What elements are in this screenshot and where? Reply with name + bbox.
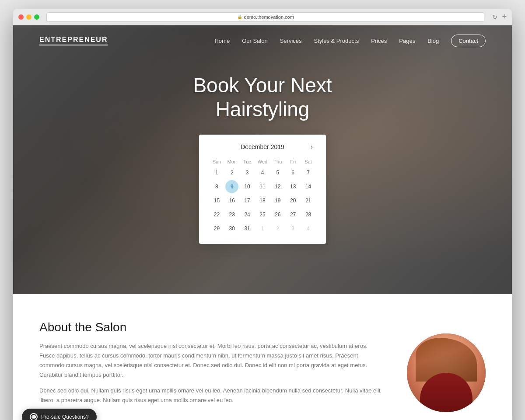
address-bar[interactable]: 🔒 demo.themovation.com	[46, 12, 484, 22]
calendar-day[interactable]: 23	[225, 208, 238, 221]
lock-icon: 🔒	[237, 14, 242, 19]
nav-prices[interactable]: Prices	[371, 38, 387, 44]
calendar-day[interactable]: 28	[302, 208, 315, 221]
calendar-day[interactable]: 29	[210, 222, 223, 235]
calendar-day[interactable]: 27	[287, 208, 300, 221]
nav-our-salon[interactable]: Our Salon	[242, 38, 268, 44]
about-salon-image	[407, 333, 486, 412]
cal-header-sun: Sun	[210, 157, 224, 166]
calendar-day[interactable]: 3	[287, 222, 300, 235]
traffic-light-red[interactable]	[18, 14, 24, 20]
nav-styles-products[interactable]: Styles & Products	[314, 38, 359, 44]
calendar-day[interactable]: 2	[271, 222, 284, 235]
traffic-lights	[18, 14, 39, 20]
calendar-days-grid: 1234567891011121314151617181920212223242…	[210, 166, 315, 235]
nav-contact-button[interactable]: Contact	[451, 35, 486, 47]
calendar-header: December 2019 ›	[210, 143, 315, 150]
calendar-day[interactable]: 18	[256, 194, 269, 207]
refresh-button[interactable]: ↻	[491, 14, 498, 21]
calendar-day[interactable]: 3	[241, 166, 254, 179]
cal-header-wed: Wed	[256, 157, 270, 166]
calendar-day[interactable]: 20	[287, 194, 300, 207]
calendar-day[interactable]: 9	[225, 180, 238, 193]
cal-header-sat: Sat	[301, 157, 315, 166]
navbar: ENTREPRENEUR Home Our Salon Services Sty…	[13, 25, 512, 56]
calendar-day[interactable]: 8	[210, 180, 223, 193]
chat-icon: 💬	[30, 413, 38, 420]
calendar-day[interactable]: 21	[302, 194, 315, 207]
about-section: About the Salon Praesent commodo cursus …	[13, 294, 512, 420]
cal-header-tue: Tue	[240, 157, 255, 166]
calendar-day[interactable]: 12	[271, 180, 284, 193]
hero-section: ENTREPRENEUR Home Our Salon Services Sty…	[13, 25, 512, 294]
website-body: ENTREPRENEUR Home Our Salon Services Sty…	[13, 25, 512, 420]
cal-header-fri: Fri	[286, 157, 300, 166]
cal-header-mon: Mon	[225, 157, 239, 166]
calendar-day[interactable]: 10	[241, 180, 254, 193]
new-tab-button[interactable]: +	[502, 12, 507, 21]
calendar-day[interactable]: 4	[256, 166, 269, 179]
nav-home[interactable]: Home	[214, 38, 230, 44]
traffic-light-yellow[interactable]	[26, 14, 32, 20]
calendar: December 2019 › Sun Mon Tue Wed Thu Fri …	[199, 135, 326, 244]
cal-header-thu: Thu	[270, 157, 285, 166]
about-title: About the Salon	[39, 320, 381, 334]
calendar-day[interactable]: 1	[210, 166, 223, 179]
calendar-day[interactable]: 16	[225, 194, 238, 207]
calendar-day[interactable]: 13	[287, 180, 300, 193]
calendar-day[interactable]: 17	[241, 194, 254, 207]
calendar-day[interactable]: 7	[302, 166, 315, 179]
calendar-day[interactable]: 4	[302, 222, 315, 235]
url-text: demo.themovation.com	[244, 14, 294, 20]
calendar-day[interactable]: 24	[241, 208, 254, 221]
calendar-day[interactable]: 11	[256, 180, 269, 193]
calendar-day[interactable]: 5	[271, 166, 284, 179]
chat-widget[interactable]: 💬 Pre-sale Questions?	[22, 409, 97, 420]
website: ENTREPRENEUR Home Our Salon Services Sty…	[13, 25, 512, 420]
brand-logo[interactable]: ENTREPRENEUR	[39, 36, 108, 45]
calendar-grid: Sun Mon Tue Wed Thu Fri Sat	[210, 157, 315, 166]
calendar-day[interactable]: 6	[287, 166, 300, 179]
calendar-day[interactable]: 25	[256, 208, 269, 221]
calendar-day[interactable]: 26	[271, 208, 284, 221]
hero-title: Book Your Next Hairstyling	[193, 73, 332, 121]
calendar-next-button[interactable]: ›	[308, 142, 315, 152]
traffic-light-green[interactable]	[34, 14, 39, 20]
browser-titlebar: 🔒 demo.themovation.com ↻ +	[13, 9, 512, 25]
calendar-day[interactable]: 19	[271, 194, 284, 207]
nav-services[interactable]: Services	[280, 38, 302, 44]
nav-pages[interactable]: Pages	[399, 38, 415, 44]
calendar-month-year: December 2019	[210, 143, 315, 150]
about-paragraph-2: Donec sed odio dui. Nullam quis risus eg…	[39, 386, 381, 405]
hair-detail	[416, 338, 477, 382]
calendar-day[interactable]: 15	[210, 194, 223, 207]
calendar-day[interactable]: 1	[256, 222, 269, 235]
chat-label: Pre-sale Questions?	[41, 414, 89, 420]
calendar-day[interactable]: 14	[302, 180, 315, 193]
calendar-day[interactable]: 2	[225, 166, 238, 179]
hero-content: Book Your Next Hairstyling December 2019…	[13, 56, 512, 244]
nav-links: Home Our Salon Services Styles & Product…	[214, 37, 486, 45]
about-paragraph-1: Praesent commodo cursus magna, vel scele…	[39, 341, 381, 380]
nav-blog[interactable]: Blog	[427, 38, 439, 44]
browser-window: 🔒 demo.themovation.com ↻ + ENTREPRENEUR …	[13, 9, 512, 420]
calendar-day[interactable]: 30	[225, 222, 238, 235]
about-text: About the Salon Praesent commodo cursus …	[39, 320, 381, 412]
calendar-day[interactable]: 31	[241, 222, 254, 235]
calendar-day[interactable]: 22	[210, 208, 223, 221]
